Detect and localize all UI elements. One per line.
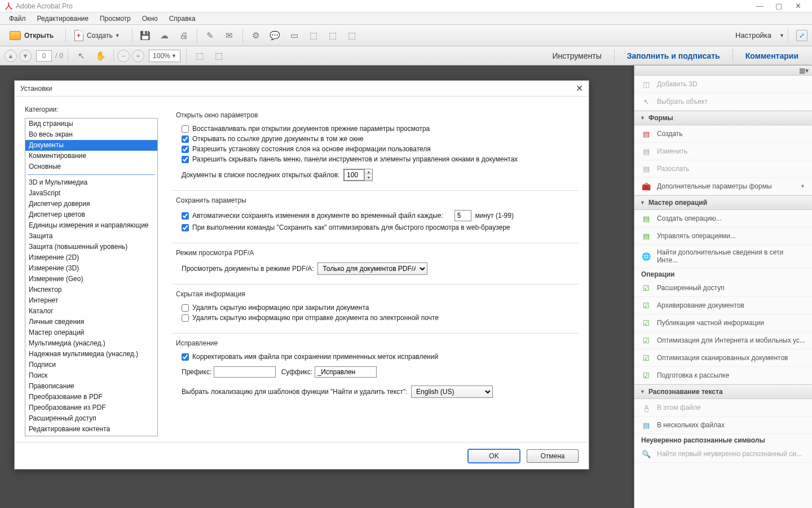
category-item[interactable]: Измерение (2D) [25, 252, 157, 263]
fit-page-icon[interactable]: ⬚ [213, 50, 225, 62]
spin-up-icon[interactable]: ▲ [365, 169, 372, 175]
category-item[interactable]: Преобразование в PDF [25, 392, 157, 402]
dialog-close-button[interactable]: ✕ [576, 83, 583, 94]
category-item[interactable]: Основные [25, 161, 157, 172]
category-item[interactable]: Поиск [25, 370, 157, 381]
cancel-button[interactable]: Отмена [527, 449, 579, 463]
forms-header[interactable]: ▼Формы [634, 111, 812, 125]
fullscreen-icon[interactable]: ⤢ [796, 30, 807, 41]
page-up-button[interactable]: ▲ [5, 50, 17, 62]
fast-web-view-checkbox[interactable]: При выполнении команды "Сохранить как" о… [182, 224, 575, 231]
zoom-select[interactable]: 100%▼ [149, 50, 180, 62]
category-item[interactable]: Надежная мультимедиа (унаслед.) [25, 349, 157, 360]
edit-icon[interactable]: ✎ [204, 30, 217, 41]
minimize-button[interactable]: — [750, 1, 769, 12]
tab-fill-sign[interactable]: Заполнить и подписать [618, 47, 729, 65]
action-wizard-header[interactable]: ▼Мастер операций [634, 195, 812, 210]
highlight-icon[interactable]: ▭ [288, 30, 301, 41]
category-item[interactable]: Защита [25, 231, 157, 242]
tab-tools[interactable]: Инструменты [543, 47, 610, 65]
tab-comments[interactable]: Комментарии [736, 47, 807, 65]
customize-link[interactable]: Настройка [730, 31, 777, 40]
gear-icon[interactable]: ⚙ [250, 30, 262, 41]
op-archive[interactable]: ☑Архивирование документов [634, 297, 812, 314]
recent-docs-input[interactable] [344, 169, 364, 181]
category-item[interactable]: Мастер операций [25, 327, 157, 338]
layer-state-checkbox[interactable]: Разрешить установку состояния слоя на ос… [182, 145, 575, 153]
menu-edit[interactable]: Редактирование [32, 15, 94, 23]
save-icon[interactable]: 💾 [139, 30, 152, 41]
category-item[interactable]: Вид страницы [25, 119, 157, 129]
pdfa-mode-select[interactable]: Только для документов PDF/A [317, 262, 427, 275]
maximize-button[interactable]: ▢ [769, 1, 788, 12]
suffix-input[interactable] [315, 366, 377, 378]
menu-window[interactable]: Окно [136, 15, 164, 23]
page-down-button[interactable]: ▼ [19, 50, 32, 62]
category-item[interactable]: Инспектор [25, 284, 157, 295]
manage-actions[interactable]: ▤Управлять операциями... [634, 227, 812, 245]
open-button[interactable]: Открыть [5, 29, 59, 42]
pointer-icon[interactable]: ↖ [75, 50, 87, 62]
sign-icon[interactable]: ⬚ [346, 30, 358, 41]
adjust-filename-checkbox[interactable]: Корректировать имя файла при сохранении … [182, 353, 575, 361]
autosave-checkbox[interactable] [182, 212, 189, 220]
cloud-icon[interactable]: ☁ [158, 30, 171, 41]
category-item[interactable]: 3D и Мультимедиа [25, 177, 157, 188]
category-item[interactable]: Защита (повышенный уровень) [25, 242, 157, 252]
remove-on-email-checkbox[interactable]: Удалять скрытую информацию при отправке … [182, 314, 575, 322]
create-action[interactable]: ▤Создать операцию... [634, 210, 812, 227]
prefix-input[interactable] [214, 366, 276, 378]
page-current-input[interactable]: 0 [36, 50, 52, 62]
hand-icon[interactable]: ✋ [94, 50, 107, 62]
zoom-out-button[interactable]: − [117, 50, 130, 62]
category-item[interactable]: Подписи [25, 360, 157, 370]
chat-icon[interactable]: 💬 [269, 30, 281, 41]
restore-view-checkbox[interactable]: Восстанавливать при открытии документов … [182, 125, 575, 133]
forms-more[interactable]: 🧰Дополнительные параметры формы▼ [634, 178, 812, 195]
category-item[interactable]: Личные сведения [25, 317, 157, 327]
localization-select[interactable]: English (US) [411, 386, 493, 398]
panel-menu-icon[interactable]: ▦▾ [799, 67, 809, 75]
category-item[interactable]: Диспетчер доверия [25, 199, 157, 209]
remove-on-close-checkbox[interactable]: Удалять скрытую информацию при закрытии … [182, 304, 575, 312]
same-window-checkbox[interactable]: Открывать по ссылке другие документы в т… [182, 135, 575, 143]
close-button[interactable]: ✕ [788, 1, 807, 12]
autosave-minutes-input[interactable] [454, 210, 471, 221]
category-item[interactable]: Интернет [25, 295, 157, 306]
category-item[interactable]: Каталог [25, 306, 157, 317]
category-item[interactable]: Мультимедиа (унаслед.) [25, 338, 157, 349]
category-item[interactable]: Редактирование контента [25, 424, 157, 435]
mail-icon[interactable]: ✉ [223, 30, 236, 41]
fit-width-icon[interactable]: ⬚ [193, 50, 206, 62]
forms-create[interactable]: ▤Создать [634, 125, 812, 143]
ocr-multi-file[interactable]: ▤В нескольких файлах [634, 417, 812, 434]
category-item[interactable]: Комментирование [25, 151, 157, 161]
category-item[interactable]: JavaScript [25, 188, 157, 199]
category-item[interactable]: Правописание [25, 381, 157, 392]
category-item[interactable]: Во весь экран [25, 129, 157, 140]
menu-view[interactable]: Просмотр [94, 15, 136, 23]
category-item[interactable]: Диспетчер цветов [25, 209, 157, 220]
categories-list[interactable]: Вид страницыВо весь экранДокументыКоммен… [25, 118, 158, 436]
ocr-header[interactable]: ▼Распознавание текста [634, 384, 812, 399]
create-button[interactable]: + Создать ▼ [69, 28, 125, 43]
menu-help[interactable]: Справка [164, 15, 201, 23]
category-item[interactable]: Измерение (3D) [25, 263, 157, 274]
spin-down-icon[interactable]: ▼ [365, 175, 372, 181]
op-publish[interactable]: ☑Публикация частной информации [634, 314, 812, 332]
category-item[interactable]: Рецензирование [25, 435, 157, 436]
recent-docs-spinner[interactable]: ▲▼ [343, 169, 373, 181]
ok-button[interactable]: OK [468, 449, 520, 463]
menu-file[interactable]: Файл [3, 15, 32, 23]
print-icon[interactable]: 🖨 [178, 30, 190, 41]
op-optimize-scan[interactable]: ☑Оптимизация сканированных документов [634, 349, 812, 367]
stamp-icon[interactable]: ⬚ [307, 30, 320, 41]
op-accessible[interactable]: ☑Расширенный доступ [634, 279, 812, 297]
category-item[interactable]: Преобразование из PDF [25, 402, 157, 413]
zoom-in-button[interactable]: + [132, 50, 144, 62]
category-item[interactable]: Расширенный доступ [25, 413, 157, 424]
find-more-online[interactable]: 🌐Найти дополнительные сведения в сети Ин… [634, 245, 812, 268]
category-item[interactable]: Документы [25, 140, 157, 151]
hide-menubar-checkbox[interactable]: Разрешить скрывать панель меню, панели и… [182, 155, 575, 163]
category-item[interactable]: Измерение (Geo) [25, 274, 157, 284]
